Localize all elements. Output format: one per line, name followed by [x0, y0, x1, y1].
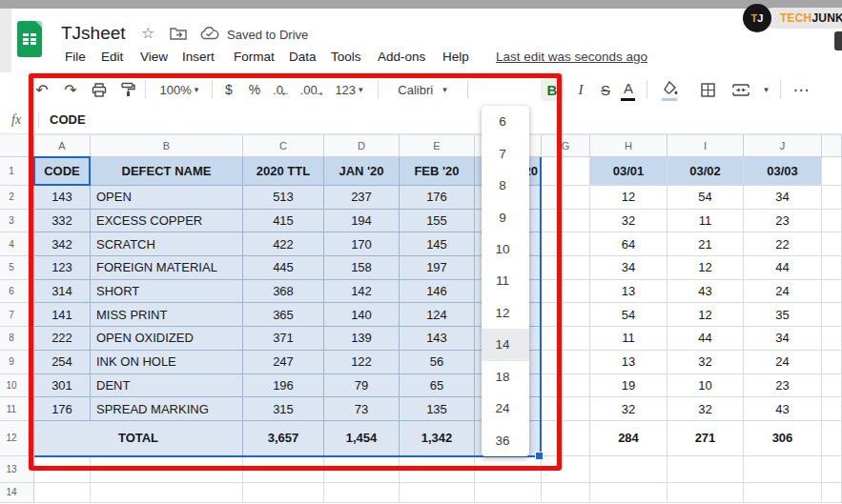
cell-C3[interactable]: 415 [243, 210, 324, 233]
row-header-10[interactable]: 10 [0, 374, 34, 398]
cell-B2[interactable]: OPEN [91, 186, 243, 210]
font-size-option-6[interactable]: 6 [482, 106, 529, 137]
cell-E1[interactable]: FEB '20 [400, 157, 475, 186]
cell-I11[interactable]: 32 [667, 397, 744, 421]
cell-K13[interactable] [822, 456, 842, 483]
cell-D3[interactable]: 194 [324, 210, 400, 233]
cell-K1[interactable] [822, 157, 842, 186]
merge-cells-caret[interactable]: ▾ [757, 72, 772, 107]
cell-D9[interactable]: 122 [324, 351, 400, 374]
cell-E5[interactable]: 197 [400, 256, 475, 280]
font-size-option-8[interactable]: 8 [482, 170, 529, 201]
cell-C9[interactable]: 247 [243, 351, 324, 374]
cell-E14[interactable] [400, 483, 475, 503]
cell-D6[interactable]: 142 [324, 280, 400, 304]
move-to-folder-icon[interactable] [170, 27, 187, 40]
cell-C10[interactable]: 196 [243, 374, 324, 398]
cell-H7[interactable]: 54 [590, 303, 667, 327]
decrease-decimal-button[interactable]: .0← [269, 72, 294, 107]
more-options-button[interactable]: ⋯ [788, 72, 814, 107]
cell-H9[interactable]: 13 [590, 351, 667, 374]
cell-J13[interactable] [744, 456, 822, 483]
cell-J5[interactable]: 44 [744, 256, 822, 280]
cell-K3[interactable] [822, 210, 842, 233]
menu-tools[interactable]: Tools [331, 50, 361, 64]
cell-A6[interactable]: 314 [34, 280, 91, 304]
font-size-option-12[interactable]: 12 [482, 297, 529, 329]
cell-H5[interactable]: 34 [590, 256, 667, 280]
cell-G11[interactable] [542, 397, 590, 421]
cell-H13[interactable] [590, 456, 667, 483]
cell-J12[interactable]: 306 [744, 421, 822, 456]
document-title[interactable]: TJsheet [61, 23, 126, 44]
cell-A8[interactable]: 222 [34, 327, 91, 351]
cell-H2[interactable]: 12 [590, 186, 667, 210]
cell-E6[interactable]: 146 [400, 280, 475, 304]
paint-format-button[interactable] [116, 72, 139, 107]
cell-J8[interactable]: 34 [744, 327, 822, 351]
cell-D11[interactable]: 73 [324, 397, 400, 421]
col-header-D[interactable]: D [324, 134, 400, 157]
cell-D1[interactable]: JAN '20 [324, 157, 400, 186]
cell-H12[interactable]: 284 [590, 421, 667, 456]
cell-A3[interactable]: 332 [34, 210, 91, 233]
cell-J3[interactable]: 23 [744, 210, 822, 233]
select-all-corner[interactable] [0, 134, 34, 157]
cell-C7[interactable]: 365 [243, 303, 324, 327]
cell-D10[interactable]: 79 [324, 374, 400, 398]
cell-I8[interactable]: 44 [667, 327, 744, 351]
font-family-select[interactable]: Calibri▾ [389, 72, 456, 107]
zoom-select[interactable]: 100%▾ [153, 72, 206, 107]
cell-E9[interactable]: 56 [400, 351, 475, 374]
col-header-K[interactable] [822, 134, 842, 157]
cell-G2[interactable] [542, 186, 590, 210]
cell-I4[interactable]: 21 [667, 232, 744, 256]
cell-H11[interactable]: 32 [590, 397, 667, 421]
menu-view[interactable]: View [140, 50, 168, 64]
cell-E12[interactable]: 1,342 [400, 421, 475, 456]
cell-B10[interactable]: DENT [91, 374, 243, 398]
number-format-menu[interactable]: 123▾ [330, 72, 368, 107]
font-size-option-18[interactable]: 18 [482, 361, 529, 393]
cell-A9[interactable]: 254 [34, 351, 91, 374]
cell-H8[interactable]: 11 [590, 327, 667, 351]
cell-G6[interactable] [542, 280, 590, 304]
font-size-option-7[interactable]: 7 [482, 137, 529, 169]
cell-G4[interactable] [542, 232, 590, 256]
cell-G14[interactable] [542, 483, 590, 503]
cell-I13[interactable] [667, 456, 744, 483]
cell-J10[interactable]: 23 [744, 374, 822, 398]
cell-J4[interactable]: 22 [744, 232, 822, 256]
cell-A5[interactable]: 123 [34, 256, 91, 280]
cell-B14[interactable] [91, 483, 243, 503]
redo-button[interactable]: ↷ [59, 72, 82, 107]
cell-E10[interactable]: 65 [400, 374, 475, 398]
menu-format[interactable]: Format [234, 50, 275, 64]
cell-E8[interactable]: 143 [400, 327, 475, 351]
cell-C12[interactable]: 3,657 [243, 421, 324, 456]
cell-J14[interactable] [744, 483, 822, 503]
menu-help[interactable]: Help [442, 50, 469, 64]
cell-B7[interactable]: MISS PRINT [91, 303, 243, 327]
cell-D4[interactable]: 170 [324, 232, 400, 256]
saved-cloud-icon[interactable] [200, 27, 219, 40]
star-icon[interactable]: ☆ [141, 24, 154, 42]
cell-I5[interactable]: 12 [667, 256, 744, 280]
borders-button[interactable] [696, 72, 719, 107]
cell-D2[interactable]: 237 [324, 186, 400, 210]
cell-I3[interactable]: 11 [667, 210, 744, 233]
cell-G7[interactable] [542, 303, 590, 327]
strikethrough-button[interactable]: S [595, 72, 616, 107]
cell-I9[interactable]: 32 [667, 351, 744, 374]
row-header-12[interactable]: 12 [0, 421, 34, 456]
cell-E11[interactable]: 135 [400, 397, 475, 421]
col-header-B[interactable]: B [91, 134, 243, 157]
cell-C5[interactable]: 445 [243, 256, 324, 280]
cell-B11[interactable]: SPREAD MARKING [91, 397, 243, 421]
cell-A14[interactable] [34, 483, 91, 503]
cell-E7[interactable]: 124 [400, 303, 475, 327]
fill-handle[interactable] [535, 452, 544, 460]
cell-A4[interactable]: 342 [34, 232, 91, 256]
currency-format-button[interactable]: $ [219, 72, 238, 107]
row-header-8[interactable]: 8 [0, 327, 34, 351]
